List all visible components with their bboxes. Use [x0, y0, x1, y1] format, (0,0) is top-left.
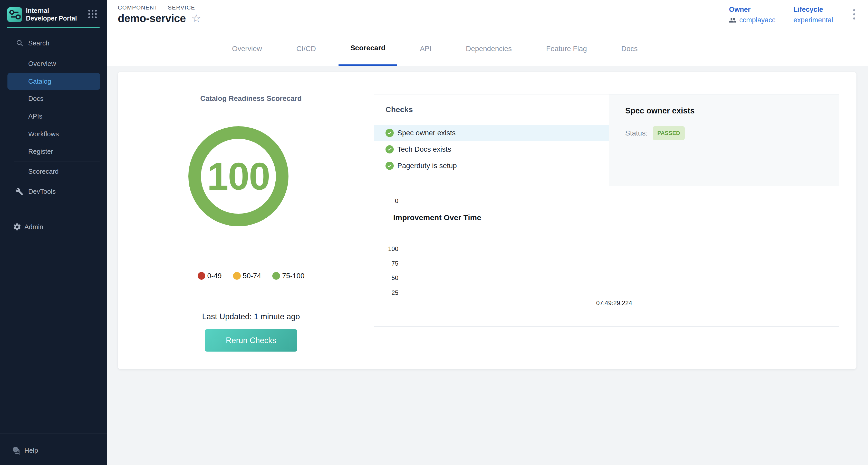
sidebar-item-apis[interactable]: APIs — [7, 108, 100, 125]
y-axis-tick: 100 — [374, 245, 398, 252]
check-circle-icon — [385, 162, 394, 170]
legend-dot-red — [197, 272, 205, 280]
legend-label: 75-100 — [282, 272, 304, 280]
check-label: Pagerduty is setup — [397, 162, 457, 170]
sidebar-logo-row: Internal Developer Portal — [7, 5, 101, 23]
checks-column-header: Checks — [385, 105, 413, 114]
sidebar-item-admin[interactable]: Admin — [0, 218, 107, 235]
sidebar-item-devtools[interactable]: DevTools — [0, 183, 107, 200]
wrench-icon — [15, 187, 24, 196]
legend-item: 50-74 — [233, 272, 261, 280]
lifecycle-block: Lifecycle experimental — [793, 6, 833, 24]
sidebar-item-label: Search — [0, 39, 49, 47]
owner-label: Owner — [729, 6, 775, 13]
x-axis-tick: 07:49:29.224 — [596, 300, 632, 307]
main-area: COMPONENT — SERVICE demo-service ☆ Owner… — [107, 0, 868, 465]
rerun-checks-button[interactable]: Rerun Checks — [205, 329, 297, 351]
sidebar-item-docs[interactable]: Docs — [7, 90, 100, 107]
improvement-chart-title: Improvement Over Time — [393, 213, 481, 222]
sidebar-item-search[interactable]: Search — [0, 36, 107, 50]
tab-api[interactable]: API — [408, 32, 443, 66]
group-icon — [729, 17, 737, 24]
sidebar-item-overview[interactable]: Overview — [7, 55, 100, 72]
star-icon[interactable]: ☆ — [191, 13, 201, 24]
sidebar-item-register[interactable]: Register — [7, 143, 100, 160]
sidebar-item-label: Overview — [28, 60, 56, 68]
scorecard-card: Catalog Readiness Scorecard 100 0-49 50-… — [118, 72, 857, 369]
kebab-menu-icon[interactable] — [851, 6, 857, 23]
portal-logo-icon — [7, 7, 22, 22]
tab-feature-flag[interactable]: Feature Flag — [534, 32, 599, 66]
content-area: Catalog Readiness Scorecard 100 0-49 50-… — [107, 66, 868, 465]
divider — [14, 181, 100, 181]
tab-dependencies[interactable]: Dependencies — [454, 32, 524, 66]
last-updated-text: Last Updated: 1 minute ago — [118, 312, 384, 321]
y-axis-tick: 50 — [374, 274, 398, 281]
sidebar-item-catalog[interactable]: Catalog — [7, 73, 100, 90]
apps-grid-icon[interactable] — [88, 10, 97, 19]
search-icon — [16, 39, 24, 48]
tab-overview[interactable]: Overview — [220, 32, 274, 66]
sidebar-item-label: Scorecard — [28, 167, 59, 176]
page-title: demo-service — [118, 12, 186, 25]
score-gauge: 100 — [188, 126, 288, 226]
sidebar: Internal Developer Portal Search Overvie… — [0, 0, 107, 465]
legend-dot-green — [272, 272, 280, 280]
sidebar-item-label: APIs — [28, 113, 42, 120]
lifecycle-label: Lifecycle — [793, 6, 833, 13]
status-badge: PASSED — [653, 126, 685, 140]
legend-dot-amber — [233, 272, 241, 280]
legend-item: 75-100 — [272, 272, 304, 280]
sidebar-item-label: Register — [28, 148, 53, 156]
page-header: COMPONENT — SERVICE demo-service ☆ Owner… — [107, 0, 868, 32]
tab-docs[interactable]: Docs — [610, 32, 650, 66]
y-axis-tick: 75 — [374, 260, 398, 267]
sidebar-accent-divider — [7, 27, 100, 28]
check-detail-title: Spec owner exists — [625, 106, 695, 116]
divider — [14, 54, 100, 54]
check-label: Spec owner exists — [397, 129, 456, 137]
sidebar-item-label: Workflows — [28, 130, 59, 138]
checks-panel: Checks Weight (%) Spec owner exists 33 — [374, 94, 839, 186]
owner-block: Owner ccmplayacc — [729, 6, 775, 24]
status-label: Status: — [625, 129, 648, 137]
y-axis-tick: 25 — [374, 289, 398, 297]
divider — [7, 210, 100, 210]
sidebar-item-label: Docs — [28, 95, 43, 103]
tab-cicd[interactable]: CI/CD — [285, 32, 328, 66]
lifecycle-value: experimental — [793, 16, 833, 24]
divider — [14, 161, 100, 161]
check-circle-icon — [385, 145, 394, 153]
owner-value-link[interactable]: ccmplayacc — [739, 16, 775, 24]
tab-scorecard[interactable]: Scorecard — [339, 32, 397, 66]
legend-label: 50-74 — [243, 272, 261, 280]
svg-text:?: ? — [14, 448, 17, 452]
check-detail-pane: Spec owner exists Status: PASSED — [609, 94, 839, 186]
improvement-chart-panel: Improvement Over Time 100 75 50 25 0 07:… — [374, 197, 839, 327]
breadcrumb: COMPONENT — SERVICE — [118, 4, 195, 11]
score-value: 100 — [207, 154, 270, 198]
sidebar-item-scorecard[interactable]: Scorecard — [7, 163, 100, 180]
gear-icon — [13, 222, 22, 231]
sidebar-item-workflows[interactable]: Workflows — [7, 125, 100, 143]
sidebar-item-label: DevTools — [0, 188, 56, 195]
sidebar-item-label: Catalog — [28, 78, 51, 86]
check-label: Tech Docs exists — [397, 145, 451, 153]
help-icon: ? — [12, 446, 21, 455]
portal-title: Internal Developer Portal — [26, 7, 81, 22]
y-axis-tick: 0 — [374, 197, 398, 205]
sidebar-item-label: Admin — [0, 223, 43, 231]
tab-bar: Overview CI/CD Scorecard API Dependencie… — [107, 32, 868, 66]
legend-label: 0-49 — [207, 272, 222, 280]
legend-item: 0-49 — [197, 272, 222, 280]
sidebar-item-help[interactable]: ? Help — [0, 442, 107, 459]
check-circle-icon — [385, 129, 394, 137]
score-legend: 0-49 50-74 75-100 — [118, 272, 384, 280]
scorecard-title: Catalog Readiness Scorecard — [118, 94, 384, 103]
